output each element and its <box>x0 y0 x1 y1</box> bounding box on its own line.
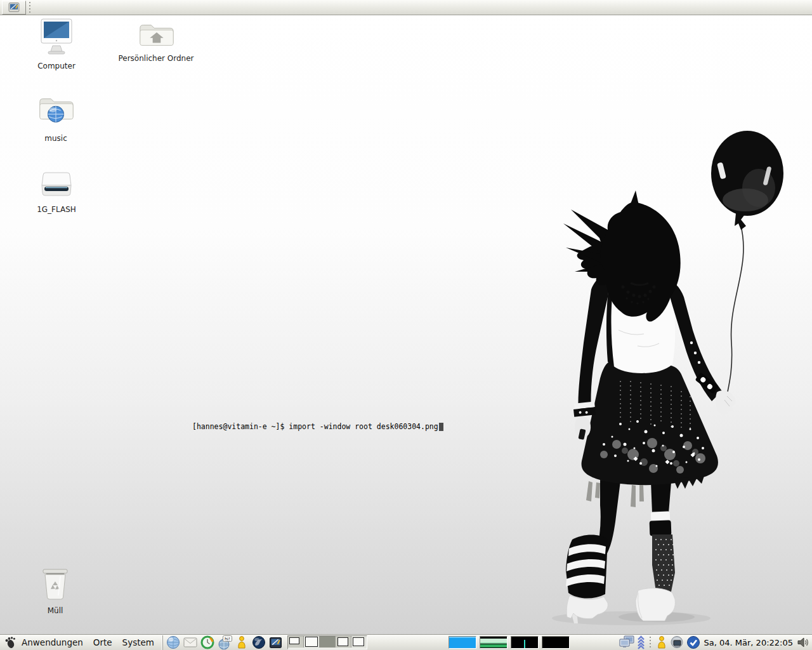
tray-handle[interactable] <box>649 637 652 648</box>
balloon-string <box>726 223 743 401</box>
screenshot-app-icon <box>270 637 282 648</box>
green-schedule-icon <box>200 635 214 649</box>
workspace-switcher <box>287 635 367 649</box>
updates-chevrons-applet[interactable] <box>637 635 645 650</box>
network-monitor-graph[interactable] <box>511 636 539 649</box>
terminal-window[interactable]: [hannes@vitamin-e ~]$ import -window roo… <box>192 422 443 431</box>
main-menubar: Anwendungen Orte System <box>0 635 162 650</box>
window-list-handle[interactable] <box>28 2 31 13</box>
applications-menu-icon[interactable] <box>4 636 16 649</box>
girl-right-hand <box>716 390 736 415</box>
gray-orb-screen-icon <box>669 635 684 649</box>
workspace-3[interactable] <box>320 636 336 647</box>
black-balloon <box>711 131 783 230</box>
messenger-bubble-text: hi! <box>225 636 230 641</box>
home-folder-icon <box>136 19 176 50</box>
launcher-email[interactable] <box>183 635 198 650</box>
desktop-icon-home[interactable]: Persönlicher Ordner <box>109 19 203 63</box>
email-envelope-icon <box>183 637 197 647</box>
desktop-icon-label: Müll <box>20 607 90 615</box>
computer-icon <box>37 18 75 57</box>
network-spike <box>524 640 525 648</box>
workspace-1[interactable] <box>288 636 304 647</box>
updates-ok-check-icon <box>686 635 700 649</box>
desktop-icon-computer[interactable]: Computer <box>22 18 91 70</box>
blue-wolf-browser-icon <box>252 635 266 649</box>
desktop-icon-label: 1G_FLASH <box>22 206 91 214</box>
gaim-status-icon <box>656 635 667 649</box>
desktop-icon-label: music <box>21 135 91 143</box>
workspace-4[interactable] <box>336 636 351 647</box>
launcher-gaim[interactable] <box>234 635 249 650</box>
desktop-icon-flash-drive[interactable]: 1G_FLASH <box>22 170 91 214</box>
desktop-icon-label: Persönlicher Ordner <box>109 55 203 63</box>
girl-head <box>563 190 681 322</box>
dual-monitors-icon <box>619 635 635 649</box>
window-list-button[interactable] <box>2 1 26 15</box>
tray-media-orb[interactable] <box>669 635 684 650</box>
tray-updates-ok[interactable] <box>686 635 700 650</box>
terminal-command-line: [hannes@vitamin-e ~]$ import -window roo… <box>192 422 438 431</box>
bottom-panel: Anwendungen Orte System <box>0 634 812 650</box>
workspace-2[interactable] <box>304 636 320 647</box>
dual-monitors-applet[interactable] <box>619 635 635 650</box>
terminal-cursor <box>439 423 443 431</box>
system-monitor-applet <box>449 636 570 649</box>
desktop-root: { "top_panel": { "window_button": { "ico… <box>0 0 812 650</box>
desktop-icon-music[interactable]: music <box>21 94 91 143</box>
gaim-buddy-icon <box>236 635 247 649</box>
menu-places[interactable]: Orte <box>88 635 117 650</box>
menu-applications[interactable]: Anwendungen <box>16 635 88 650</box>
top-panel <box>0 0 812 15</box>
web-browser-globe-icon <box>166 635 180 649</box>
gnome-foot-icon <box>4 636 16 649</box>
tray-gaim-status[interactable] <box>656 635 667 650</box>
desktop-icon-label: Computer <box>22 62 91 70</box>
launcher-browser-alt[interactable] <box>251 635 266 650</box>
messenger-globe-icon: hi! <box>217 635 232 650</box>
speaker-icon <box>797 637 809 648</box>
removable-drive-icon <box>38 170 75 201</box>
launcher-screenshot[interactable] <box>268 635 284 650</box>
launcher-messenger[interactable]: hi! <box>217 635 232 650</box>
blue-chevrons-icon <box>637 635 645 649</box>
girl-legs <box>566 480 675 623</box>
launcher-web-browser[interactable] <box>166 635 181 650</box>
desktop-icon-trash[interactable]: Müll <box>20 564 90 615</box>
wallpaper-girl-balloon-art <box>533 121 799 635</box>
swap-monitor-graph[interactable] <box>542 636 570 649</box>
panel-launchers: hi! <box>166 635 284 650</box>
panel-right-group: Sa, 04. Mär, 20:22:05 <box>619 635 812 650</box>
app-window-screenshot-icon <box>8 3 20 12</box>
panel-clock[interactable]: Sa, 04. Mär, 20:22:05 <box>702 638 795 647</box>
cpu-monitor-graph[interactable] <box>449 636 476 649</box>
trash-icon <box>39 564 71 602</box>
launcher-schedule[interactable] <box>200 635 215 650</box>
volume-applet[interactable] <box>797 635 809 650</box>
menu-system[interactable]: System <box>117 635 159 650</box>
memory-monitor-graph[interactable] <box>480 636 508 649</box>
network-folder-icon <box>36 94 75 129</box>
workspace-5[interactable] <box>351 636 367 647</box>
